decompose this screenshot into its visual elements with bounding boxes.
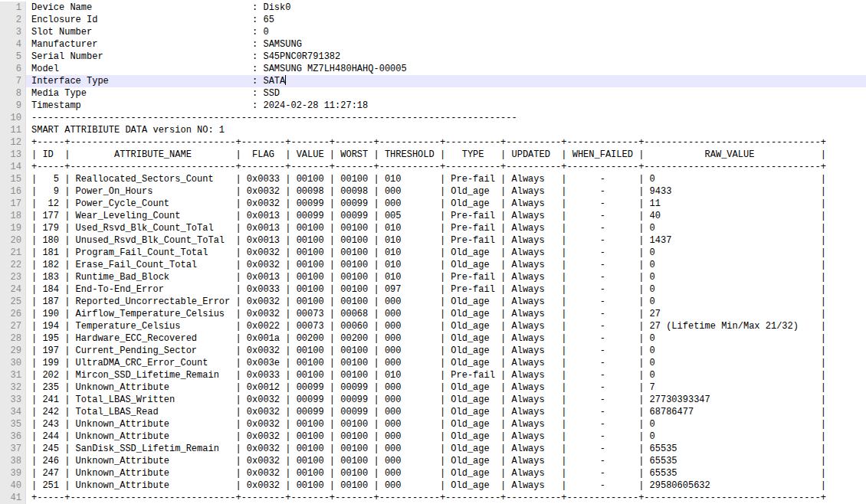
line-text[interactable]: ----------------------------------------… (26, 112, 866, 124)
line-number[interactable]: 3 (0, 26, 26, 38)
editor-line: 5Serial Number : S45PNC0R791382 (0, 51, 866, 63)
line-text[interactable]: | 190 | Airflow_Temperature_Celsius | 0x… (26, 308, 866, 320)
line-text[interactable]: | 183 | Runtime_Bad_Block | 0x0013 | 001… (26, 271, 866, 283)
editor-line: 35| 243 | Unknown_Attribute | 0x0032 | 0… (0, 418, 866, 430)
line-number[interactable]: 16 (0, 185, 26, 198)
line-text[interactable]: | 242 | Total_LBAS_Read | 0x0032 | 00099… (26, 406, 866, 418)
line-text[interactable]: Timestamp : 2024-02-28 11:27:18 (26, 100, 866, 112)
line-number[interactable]: 26 (0, 308, 26, 320)
line-text[interactable]: Serial Number : S45PNC0R791382 (26, 51, 866, 63)
line-number[interactable]: 41 (0, 492, 26, 504)
line-number[interactable]: 27 (0, 320, 26, 332)
line-number[interactable]: 34 (0, 406, 26, 418)
line-number[interactable]: 19 (0, 222, 26, 234)
line-number[interactable]: 23 (0, 271, 26, 283)
line-number[interactable]: 22 (0, 259, 26, 271)
line-text[interactable]: | 179 | Used_Rsvd_Blk_Count_ToTal | 0x00… (26, 222, 866, 234)
text-editor[interactable]: 1Device Name : Disk02Enclosure Id : 653S… (0, 0, 866, 504)
editor-line: 31| 202 | Mircon_SSD_Lifetime_Remain | 0… (0, 369, 866, 381)
line-number[interactable]: 5 (0, 51, 26, 63)
line-number[interactable]: 13 (0, 149, 26, 161)
line-number[interactable]: 33 (0, 394, 26, 406)
editor-line: 36| 244 | Unknown_Attribute | 0x0032 | 0… (0, 430, 866, 443)
line-number[interactable]: 17 (0, 198, 26, 210)
line-text[interactable]: | 245 | SanDisk_SSD_Lifetim_Remain | 0x0… (26, 443, 866, 455)
line-text[interactable]: | 251 | Unknown_Attribute | 0x0032 | 001… (26, 479, 866, 492)
line-text[interactable]: Model : SAMSUNG MZ7LH480HAHQ-00005 (26, 63, 866, 75)
line-text[interactable]: | 5 | Reallocated_Sectors_Count | 0x0033… (26, 173, 866, 185)
line-number[interactable]: 35 (0, 418, 26, 430)
line-text[interactable]: | 246 | Unknown_Attribute | 0x0032 | 001… (26, 455, 866, 467)
line-text[interactable]: | 184 | End-To-End_Error | 0x0033 | 0010… (26, 283, 866, 296)
line-text[interactable]: | 180 | Unused_Rsvd_Blk_Count_ToTal | 0x… (26, 234, 866, 247)
line-number[interactable]: 1 (0, 2, 26, 14)
line-number[interactable]: 7 (0, 75, 26, 87)
line-number[interactable]: 21 (0, 247, 26, 259)
line-text[interactable]: | ID | ATTRIBUTE_NAME | FLAG | VALUE | W… (26, 149, 866, 161)
line-number[interactable]: 37 (0, 443, 26, 455)
editor-line: 15| 5 | Reallocated_Sectors_Count | 0x00… (0, 173, 866, 185)
line-number[interactable]: 20 (0, 234, 26, 247)
line-number[interactable]: 30 (0, 357, 26, 369)
line-text[interactable]: | 187 | Reported_Uncorrectable_Error | 0… (26, 296, 866, 308)
line-text[interactable]: | 9 | Power_On_Hours | 0x0032 | 00098 | … (26, 185, 866, 198)
line-number[interactable]: 14 (0, 161, 26, 173)
line-text[interactable]: +-----+------------------------------+--… (26, 161, 866, 173)
line-text[interactable]: Media Type : SSD (26, 87, 866, 100)
editor-line: 38| 246 | Unknown_Attribute | 0x0032 | 0… (0, 455, 866, 467)
editor-line: 4Manufacturer : SAMSUNG (0, 38, 866, 51)
line-text[interactable]: | 195 | Hardware_ECC_Recovered | 0x001a … (26, 332, 866, 345)
line-text[interactable]: Enclosure Id : 65 (26, 14, 866, 26)
line-number[interactable]: 2 (0, 14, 26, 26)
line-number[interactable]: 12 (0, 136, 26, 149)
line-text[interactable]: | 241 | Total_LBAS_Written | 0x0032 | 00… (26, 394, 866, 406)
editor-line: 40| 251 | Unknown_Attribute | 0x0032 | 0… (0, 479, 866, 492)
line-text[interactable]: +-----+------------------------------+--… (26, 136, 866, 149)
line-number[interactable]: 40 (0, 479, 26, 492)
line-number[interactable]: 39 (0, 467, 26, 479)
line-number[interactable]: 10 (0, 112, 26, 124)
line-text[interactable]: Manufacturer : SAMSUNG (26, 38, 866, 51)
line-number[interactable]: 28 (0, 332, 26, 345)
line-text[interactable]: | 202 | Mircon_SSD_Lifetime_Remain | 0x0… (26, 369, 866, 381)
line-number[interactable]: 29 (0, 345, 26, 357)
line-number[interactable]: 32 (0, 381, 26, 394)
line-number[interactable]: 8 (0, 87, 26, 100)
line-number[interactable]: 11 (0, 124, 26, 136)
line-text[interactable]: +-----+------------------------------+--… (26, 492, 866, 504)
editor-line: 32| 235 | Unknown_Attribute | 0x0012 | 0… (0, 381, 866, 394)
line-text[interactable]: | 181 | Program_Fail_Count_Total | 0x003… (26, 247, 866, 259)
line-text[interactable]: | 235 | Unknown_Attribute | 0x0012 | 000… (26, 381, 866, 394)
line-text[interactable]: Device Name : Disk0 (26, 2, 866, 14)
line-text[interactable]: SMART ATTRIBIUTE DATA version NO: 1 (26, 124, 866, 136)
editor-line: 2Enclosure Id : 65 (0, 14, 866, 26)
line-text[interactable]: | 194 | Temperature_Celsius | 0x0022 | 0… (26, 320, 866, 332)
line-number[interactable]: 36 (0, 430, 26, 443)
line-text[interactable]: | 199 | UltraDMA_CRC_Error_Count | 0x003… (26, 357, 866, 369)
line-text[interactable]: | 12 | Power_Cycle_Count | 0x0032 | 0009… (26, 198, 866, 210)
editor-line: 24| 184 | End-To-End_Error | 0x0033 | 00… (0, 283, 866, 296)
line-text[interactable]: Interface Type : SATA (26, 75, 866, 87)
editor-line: 23| 183 | Runtime_Bad_Block | 0x0013 | 0… (0, 271, 866, 283)
line-text[interactable]: | 177 | Wear_Leveling_Count | 0x0013 | 0… (26, 210, 866, 222)
line-number[interactable]: 18 (0, 210, 26, 222)
line-number[interactable]: 15 (0, 173, 26, 185)
line-text[interactable]: | 197 | Current_Pending_Sector | 0x0032 … (26, 345, 866, 357)
line-text[interactable]: | 247 | Unknown_Attribute | 0x0032 | 001… (26, 467, 866, 479)
editor-line: 37| 245 | SanDisk_SSD_Lifetim_Remain | 0… (0, 443, 866, 455)
line-number[interactable]: 4 (0, 38, 26, 51)
line-text[interactable]: Slot Number : 0 (26, 26, 866, 38)
line-number[interactable]: 38 (0, 455, 26, 467)
editor-line: 7Interface Type : SATA (0, 75, 866, 87)
line-text[interactable]: | 182 | Erase_Fail_Count_Total | 0x0032 … (26, 259, 866, 271)
line-number[interactable]: 24 (0, 283, 26, 296)
editor-line: 34| 242 | Total_LBAS_Read | 0x0032 | 000… (0, 406, 866, 418)
editor-line: 10--------------------------------------… (0, 112, 866, 124)
line-number[interactable]: 6 (0, 63, 26, 75)
line-number[interactable]: 9 (0, 100, 26, 112)
line-text[interactable]: | 244 | Unknown_Attribute | 0x0032 | 001… (26, 430, 866, 443)
line-text[interactable]: | 243 | Unknown_Attribute | 0x0032 | 001… (26, 418, 866, 430)
editor-line: 27| 194 | Temperature_Celsius | 0x0022 |… (0, 320, 866, 332)
line-number[interactable]: 31 (0, 369, 26, 381)
line-number[interactable]: 25 (0, 296, 26, 308)
